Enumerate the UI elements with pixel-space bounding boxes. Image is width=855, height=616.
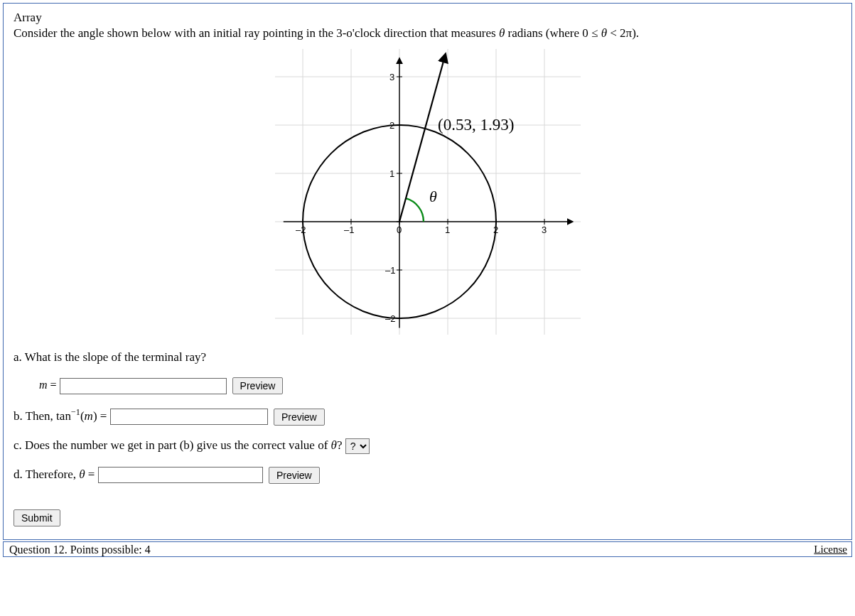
part-b-arg: (m): [80, 409, 97, 423]
m-var: m: [39, 379, 48, 391]
inverse-exp: −1: [71, 407, 80, 417]
question-footer: Question 12. Points possible: 4 License: [3, 541, 852, 557]
part-c-row: c. Does the number we get in part (b) gi…: [14, 438, 841, 454]
svg-text:3: 3: [389, 72, 394, 82]
prompt-text-2: radians (where 0 ≤: [505, 26, 601, 40]
theta-input[interactable]: [98, 467, 263, 483]
question-title: Array: [14, 11, 841, 25]
part-d-pre: d. Therefore,: [14, 468, 79, 481]
svg-text:–2: –2: [385, 313, 395, 324]
part-a-input-row: m = Preview: [39, 377, 841, 394]
svg-text:2: 2: [493, 225, 498, 235]
equals-sign: =: [97, 409, 110, 423]
theta-symbol: θ: [331, 438, 337, 452]
arctan-input[interactable]: [110, 409, 268, 425]
theta-symbol: θ: [499, 26, 505, 40]
svg-text:1: 1: [389, 168, 394, 179]
part-d-row: d. Therefore, θ = Preview: [14, 467, 841, 484]
svg-text:1: 1: [445, 225, 450, 235]
slope-input[interactable]: [60, 378, 227, 394]
question-prompt: Consider the angle shown below with an i…: [14, 26, 841, 40]
svg-text:3: 3: [542, 225, 547, 235]
svg-text:(0.53, 1.93): (0.53, 1.93): [438, 116, 514, 134]
points-label: Question 12. Points possible: 4: [9, 544, 151, 556]
part-c-pre: c. Does the number we get in part (b) gi…: [14, 438, 331, 452]
svg-text:0: 0: [397, 225, 402, 235]
prompt-text-3: < 2π).: [607, 26, 639, 40]
svg-text:–1: –1: [385, 265, 395, 276]
yesno-select[interactable]: ?: [345, 438, 370, 454]
svg-text:θ: θ: [429, 188, 437, 205]
prompt-text-1: Consider the angle shown below with an i…: [14, 26, 499, 40]
svg-text:–2: –2: [296, 225, 306, 235]
part-c-post: ?: [337, 438, 345, 452]
unit-circle-graph: θ –2–10123123–1–2 (0.53, 1.93): [275, 49, 581, 335]
svg-text:–1: –1: [344, 225, 354, 235]
graph-container: θ –2–10123123–1–2 (0.53, 1.93): [14, 49, 841, 337]
equals-sign: =: [48, 379, 60, 391]
preview-button-d[interactable]: Preview: [269, 467, 320, 484]
svg-text:2: 2: [389, 120, 394, 131]
preview-button-a[interactable]: Preview: [232, 377, 284, 394]
part-b-row: b. Then, tan−1(m) = Preview: [14, 407, 841, 426]
submit-button[interactable]: Submit: [14, 509, 60, 526]
svg-line-20: [399, 56, 445, 222]
part-a-text: a. What is the slope of the terminal ray…: [14, 350, 841, 364]
theta-symbol: θ: [79, 468, 85, 481]
license-link[interactable]: License: [814, 544, 847, 556]
equals-sign: =: [85, 468, 98, 481]
theta-symbol: θ: [601, 26, 607, 40]
preview-button-b[interactable]: Preview: [274, 409, 325, 426]
part-b-pre: b. Then, tan: [14, 409, 71, 423]
